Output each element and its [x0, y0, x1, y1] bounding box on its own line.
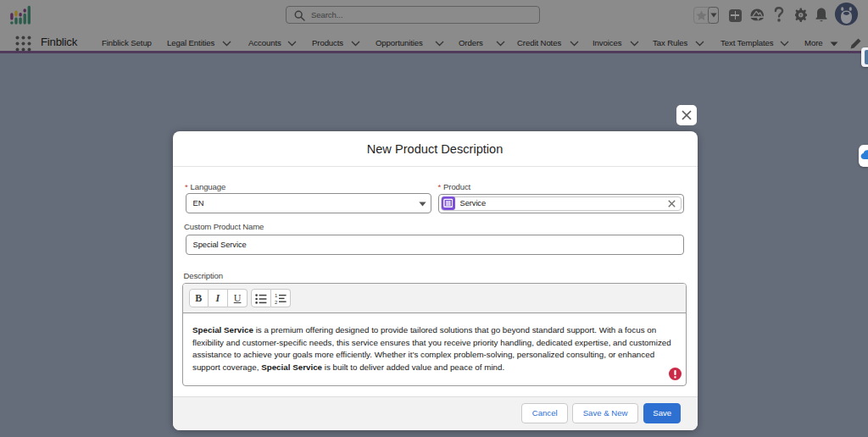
- svg-text:2: 2: [275, 300, 278, 305]
- svg-text:1: 1: [275, 293, 278, 298]
